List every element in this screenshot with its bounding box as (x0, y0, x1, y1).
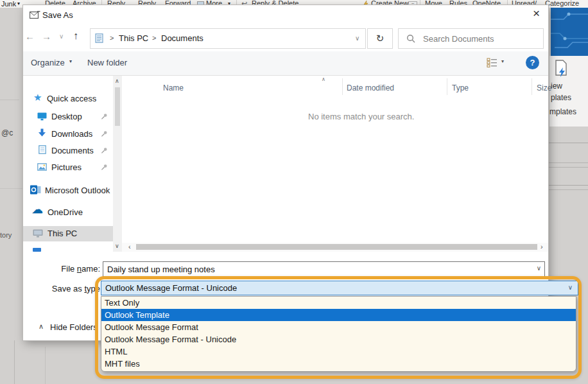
option-outlook-template[interactable]: Outlook Template (101, 309, 576, 321)
sidebar-item-microsoft-outlook[interactable]: Microsoft Outlook (23, 183, 113, 198)
address-dropdown-chevron-icon[interactable]: ∨ (355, 35, 359, 42)
sidebar-item-label: Quick access (47, 94, 96, 103)
my-templates-label: mplates (549, 107, 576, 116)
file-name-input[interactable] (106, 263, 519, 275)
column-divider[interactable] (342, 78, 343, 95)
column-header-date-modified[interactable]: Date modified (347, 83, 394, 92)
search-box[interactable] (398, 28, 544, 49)
column-header-name[interactable]: Name (163, 83, 184, 92)
option-html[interactable]: HTML (101, 345, 576, 358)
partial-icon (33, 248, 41, 252)
new-folder-button[interactable]: New folder (87, 58, 127, 67)
option-outlook-message-format[interactable]: Outlook Message Format (101, 321, 576, 333)
hide-folders-button[interactable]: Hide Folders (50, 322, 98, 332)
view-mode-icon[interactable] (487, 58, 497, 67)
file-name-label-accesskey: n (77, 264, 82, 274)
nav-forward-icon[interactable]: → (42, 31, 51, 42)
onedrive-cloud-icon: ☁ (32, 203, 43, 216)
background-text-fragment: tory (0, 231, 12, 239)
file-list-horizontal-scrollbar[interactable]: ‹ › (122, 243, 548, 252)
scroll-left-icon[interactable]: ‹ (128, 243, 131, 250)
option-mht-files[interactable]: MHT files (101, 358, 576, 370)
scrollbar-thumb[interactable] (115, 87, 120, 126)
scrollbar-thumb[interactable] (136, 244, 537, 250)
nav-up-icon[interactable]: ↑ (73, 30, 78, 42)
sidebar-item-label: OneDrive (48, 207, 83, 217)
nav-back-icon[interactable]: ← (25, 31, 35, 42)
save-as-type-value: Outlook Message Format - Unicode (105, 283, 237, 293)
dialog-toolbar: Organize ▾ New folder ▾ ? (23, 51, 548, 76)
divider (45, 347, 46, 384)
save-as-type-label: Save as type (23, 284, 100, 293)
save-as-type-chevron-icon[interactable]: ∨ (568, 284, 573, 291)
search-input[interactable] (422, 31, 540, 46)
nav-history-chevron-icon[interactable]: ∨ (59, 33, 64, 40)
divider (548, 167, 588, 168)
sidebar-item-label: Microsoft Outlook (45, 186, 110, 195)
divider (0, 188, 23, 189)
option-text-only[interactable]: Text Only (101, 297, 576, 309)
file-name-label: File name: (23, 264, 100, 274)
breadcrumb-documents[interactable]: Documents (161, 33, 203, 43)
breadcrumb-separator-icon[interactable]: > (152, 34, 156, 42)
hide-folders-chevron-icon[interactable]: ∧ (39, 322, 44, 331)
scroll-down-icon[interactable]: ∨ (115, 243, 119, 249)
sidebar-item-label: This PC (48, 229, 77, 238)
background-left-panel: @c tory (0, 8, 23, 384)
view-templates-button[interactable]: iew plates mplates (549, 56, 588, 127)
view-mode-caret-icon[interactable]: ▾ (501, 58, 504, 64)
sidebar-item-partial[interactable] (23, 244, 113, 258)
column-header-size[interactable]: Size (537, 83, 551, 92)
sidebar-item-label: Downloads (51, 129, 92, 139)
file-name-combobox[interactable]: ∨ (103, 261, 545, 277)
close-icon[interactable]: × (533, 7, 540, 19)
breadcrumb-separator-icon[interactable]: > (110, 34, 114, 42)
divider (14, 340, 15, 384)
sidebar-item-pictures[interactable]: Pictures (23, 160, 113, 175)
save-as-dialog-icon (30, 11, 40, 20)
dialog-title: Save As (42, 10, 73, 20)
address-bar[interactable]: > This PC > Documents ∨ (90, 28, 366, 49)
view-templates-label: iew (551, 82, 562, 91)
column-header-type[interactable]: Type (452, 83, 469, 92)
scroll-right-icon[interactable]: › (540, 243, 543, 250)
sidebar-item-label: Documents (51, 146, 94, 155)
file-name-chevron-icon[interactable]: ∨ (537, 265, 541, 272)
star-icon: ★ (33, 92, 42, 103)
breadcrumb-this-pc[interactable]: This PC (119, 33, 148, 43)
organize-button[interactable]: Organize (31, 58, 65, 67)
sidebar-item-downloads[interactable]: Downloads (23, 127, 113, 142)
sidebar-item-desktop[interactable]: Desktop (23, 109, 113, 125)
ribbon-categorize[interactable]: Categorize (545, 0, 579, 7)
divider (0, 100, 19, 100)
refresh-button[interactable]: ↻ (367, 28, 393, 49)
file-name-label-text: File (61, 264, 77, 274)
save-as-type-label-text: ype (87, 284, 100, 293)
sidebar-item-this-pc[interactable]: This PC (23, 226, 113, 241)
documents-icon (39, 145, 46, 154)
sidebar-item-documents[interactable]: Documents (23, 143, 113, 159)
outlook-icon (30, 185, 41, 195)
ribbon-junk[interactable]: Junk (1, 0, 16, 8)
column-divider[interactable] (532, 78, 532, 95)
sidebar-item-quick-access[interactable]: ★ Quick access (23, 91, 113, 107)
help-button[interactable]: ? (526, 56, 539, 69)
option-outlook-message-format-unicode[interactable]: Outlook Message Format - Unicode (101, 333, 576, 345)
screen: Delete Archive Reply Reply Forward More … (0, 0, 588, 384)
sidebar-item-label: Desktop (51, 112, 82, 121)
save-as-type-combobox[interactable]: Outlook Message Format - Unicode ∨ (101, 281, 578, 295)
sidebar-item-onedrive[interactable]: ☁ OneDrive (23, 205, 113, 220)
file-list: ∧ Name Date modified Type Size No items … (122, 76, 548, 243)
divider (548, 162, 588, 163)
sidebar-item-label: Pictures (51, 162, 82, 172)
pin-icon (101, 164, 108, 171)
view-templates-label: plates (551, 93, 571, 102)
column-divider[interactable] (447, 78, 447, 95)
divider (548, 189, 588, 190)
pictures-icon (37, 163, 47, 171)
help-icon: ? (530, 58, 535, 67)
scroll-up-icon[interactable]: ∧ (115, 78, 119, 84)
sort-ascending-icon[interactable]: ∧ (322, 76, 325, 82)
tree-vertical-scrollbar[interactable]: ∧ ∨ (113, 76, 122, 252)
folder-location-icon (95, 33, 103, 43)
